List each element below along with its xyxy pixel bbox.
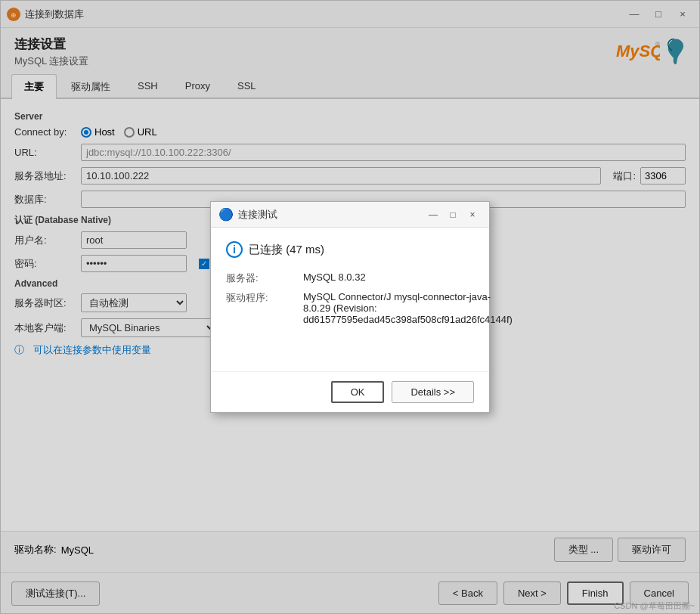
dialog-status-text: 已连接 (47 ms) — [249, 243, 324, 257]
dialog-title-bar: 🔵 连接测试 — □ × — [211, 202, 489, 228]
dialog-status-row: i 已连接 (47 ms) — [226, 241, 474, 258]
dialog-info-circle: i — [226, 241, 243, 258]
dialog-overlay: 🔵 连接测试 — □ × i 已连接 (47 ms) 服务器: MySQL 8.… — [1, 1, 699, 613]
dialog-title-left: 🔵 连接测试 — [218, 207, 277, 222]
dialog-server-value: MySQL 8.0.32 — [303, 271, 513, 285]
dialog-footer: OK Details >> — [211, 371, 489, 412]
dialog-close-button[interactable]: × — [463, 207, 482, 222]
dialog-title-icon: 🔵 — [218, 207, 234, 222]
dialog-details-button[interactable]: Details >> — [392, 381, 474, 403]
dialog-driver-label: 驱动程序: — [226, 291, 294, 325]
connection-test-dialog: 🔵 连接测试 — □ × i 已连接 (47 ms) 服务器: MySQL 8.… — [210, 201, 490, 413]
dialog-maximize-button[interactable]: □ — [444, 207, 462, 222]
dialog-server-label: 服务器: — [226, 271, 294, 285]
dialog-title-text: 连接测试 — [238, 208, 277, 222]
dialog-info-table: 服务器: MySQL 8.0.32 驱动程序: MySQL Connector/… — [226, 271, 474, 325]
dialog-ok-button[interactable]: OK — [331, 381, 385, 403]
dialog-title-controls: — □ × — [424, 207, 482, 222]
main-window: ⊕ 连接到数据库 — □ × 连接设置 MySQL 连接设置 MySQL ® — [0, 0, 700, 614]
dialog-driver-value: MySQL Connector/J mysql-connector-java-8… — [303, 291, 513, 325]
dialog-minimize-button[interactable]: — — [424, 207, 442, 222]
dialog-body: i 已连接 (47 ms) 服务器: MySQL 8.0.32 驱动程序: My… — [211, 228, 489, 371]
